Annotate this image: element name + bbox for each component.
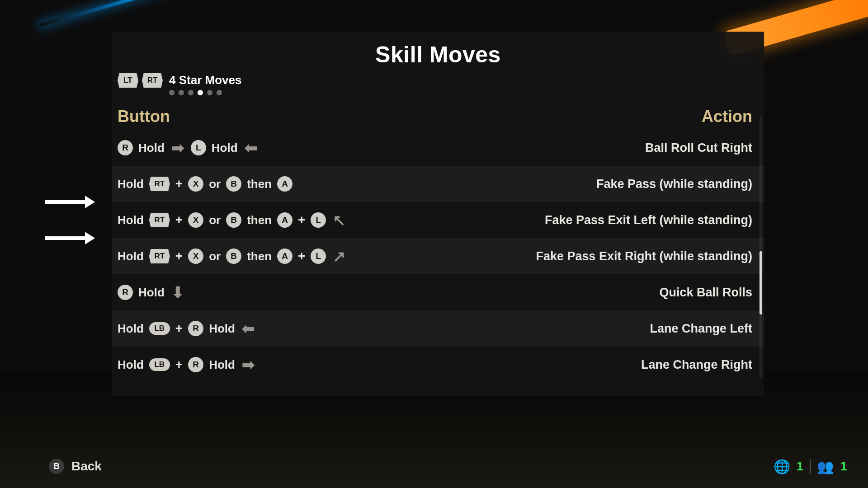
rt-trigger-icon: RT [149,177,170,191]
l-stick-icon: L [311,212,326,228]
category-header: LT RT 4 Star Moves [112,70,764,95]
pagination-dots [169,89,241,95]
page-dot-active [198,90,203,95]
rt-trigger-icon: RT [149,213,170,227]
skill-moves-panel: Skill Moves LT RT 4 Star Moves Button Ac… [112,32,764,396]
hold-label: Hold [118,249,144,263]
lt-trigger-icon[interactable]: LT [118,73,138,88]
globe-icon: 🌐 [774,459,790,474]
col-header-action: Action [702,107,752,126]
page-dot [217,90,222,95]
hold-label: Hold [118,322,144,336]
or-label: or [209,249,221,263]
then-label: then [247,213,272,227]
callout-arrow-2 [45,235,95,241]
x-button-icon: X [188,212,203,228]
plus-label: + [298,249,305,263]
action-label: Fake Pass (while standing) [596,177,752,191]
party-icon: 👥 [817,459,834,474]
action-label: Fake Pass Exit Left (while standing) [545,213,752,227]
divider [810,459,811,474]
scrollbar-thumb[interactable] [760,251,762,314]
list-item[interactable]: R Hold ⬇ Quick Ball Rolls [112,274,764,310]
arrow-left-icon: ⬅ [241,321,256,336]
list-item[interactable]: Hold RT + X or B then A + L ↖ Fake Pass … [112,202,764,238]
x-button-icon: X [188,249,203,264]
arrow-up-right-icon: ↗ [331,249,347,264]
list-item[interactable]: Hold LB + R Hold ➡ Lane Change Right [112,347,764,383]
action-label: Ball Roll Cut Right [645,141,752,155]
x-button-icon: X [188,176,203,192]
l-stick-icon: L [311,249,326,264]
category-title: 4 Star Moves [169,73,241,87]
r-stick-icon: R [188,357,203,372]
action-label: Fake Pass Exit Right (while standing) [536,249,752,263]
hold-label: Hold [209,322,235,336]
action-label: Quick Ball Rolls [659,286,752,300]
b-button-icon: B [226,176,241,192]
b-button-icon: B [49,459,64,474]
r-stick-icon: R [118,285,133,300]
plus-label: + [175,249,183,263]
l-stick-icon: L [191,140,206,155]
party-count: 1 [840,459,847,474]
r-stick-icon: R [118,140,133,155]
moves-list: R Hold ➡ L Hold ⬅ Ball Roll Cut Right Ho… [112,130,764,383]
then-label: then [247,249,272,263]
page-dot [207,90,212,95]
arrow-up-left-icon: ↖ [331,212,347,228]
plus-label: + [175,321,183,336]
list-item[interactable]: R Hold ➡ L Hold ⬅ Ball Roll Cut Right [112,130,764,166]
page-title: Skill Moves [112,32,764,70]
scrollbar[interactable] [760,116,762,378]
callout-arrow-1 [45,199,95,205]
b-button-icon: B [226,249,241,264]
rt-trigger-icon: RT [149,249,170,263]
col-header-button: Button [118,107,170,126]
r-stick-icon: R [188,321,203,336]
arrow-down-icon: ⬇ [170,285,185,300]
action-label: Lane Change Left [650,322,752,336]
arrow-right-icon: ➡ [241,357,256,372]
rt-trigger-icon[interactable]: RT [142,73,163,88]
footer-bar: B Back 🌐 1 👥 1 [0,454,868,479]
arrow-left-icon: ⬅ [243,140,259,155]
a-button-icon: A [277,176,292,192]
or-label: or [209,177,221,191]
a-button-icon: A [277,249,292,264]
page-dot [188,90,193,95]
list-item[interactable]: Hold RT + X or B then A Fake Pass (while… [112,166,764,202]
list-item[interactable]: Hold LB + R Hold ⬅ Lane Change Left [112,310,764,347]
hold-label: Hold [138,286,165,300]
hold-label: Hold [118,213,144,227]
hold-label: Hold [118,177,144,191]
then-label: then [247,177,272,191]
lb-bumper-icon: LB [149,358,170,371]
plus-label: + [175,213,183,227]
a-button-icon: A [277,212,292,228]
page-dot [169,90,175,95]
b-button-icon: B [226,212,241,228]
or-label: or [209,213,221,227]
lb-bumper-icon: LB [149,322,170,335]
players-online-count: 1 [797,459,804,474]
arrow-right-icon: ➡ [170,140,185,155]
page-dot [179,90,184,95]
hold-label: Hold [212,141,238,155]
plus-label: + [175,357,183,372]
back-label: Back [71,459,102,474]
hold-label: Hold [118,358,144,372]
back-button[interactable]: B Back [49,459,102,474]
hold-label: Hold [138,141,165,155]
plus-label: + [175,177,183,191]
hold-label: Hold [209,358,235,372]
action-label: Lane Change Right [641,358,752,372]
list-item[interactable]: Hold RT + X or B then A + L ↗ Fake Pass … [112,238,764,274]
plus-label: + [298,213,305,227]
